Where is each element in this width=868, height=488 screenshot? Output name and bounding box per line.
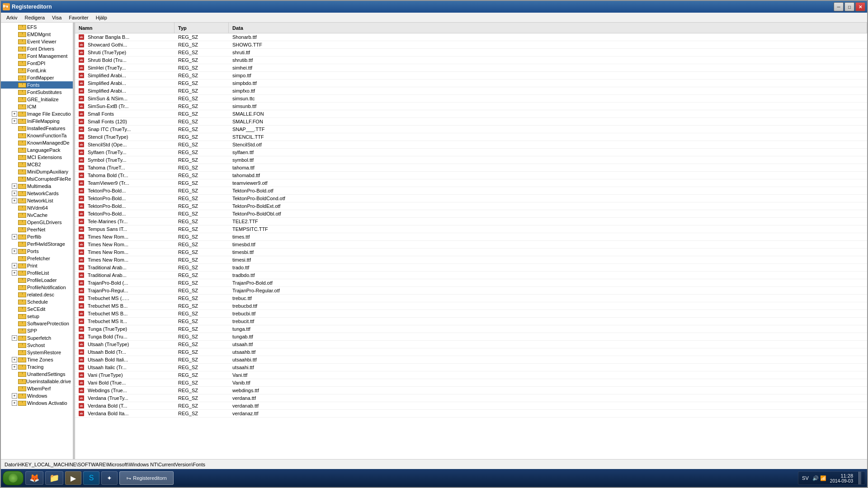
tree-item-userinstallable-drive[interactable]: Userinstallable.drive <box>1 378 73 385</box>
tree-item-print[interactable]: +Print <box>1 262 73 269</box>
table-row[interactable]: ab Traditional Arab...REG_SZtrado.ttf <box>75 264 867 272</box>
table-row[interactable]: ab Utsaah Bold Itali...REG_SZutsaahbi.tt… <box>75 356 867 364</box>
tree-item-softwareprotection[interactable]: SoftwareProtection <box>1 320 73 327</box>
registry-entries[interactable]: ab Shonar Bangla B...REG_SZShonarb.ttf a… <box>75 33 867 459</box>
close-button[interactable]: ✕ <box>855 2 865 11</box>
tree-item-networklist[interactable]: +NetworkList <box>1 197 73 204</box>
column-header-name[interactable]: Namn <box>75 23 175 33</box>
taskbar-firefox[interactable]: 🦊 <box>25 471 43 485</box>
table-row[interactable]: ab Times New Rom...REG_SZtimesbd.ttf <box>75 241 867 249</box>
tree-expand-icon[interactable]: + <box>12 400 17 406</box>
tree-item-perfhwidstorage[interactable]: PerfHwIdStorage <box>1 240 73 248</box>
tree-expand-icon[interactable]: + <box>12 118 17 124</box>
tree-item-fontmapper[interactable]: FontMapper <box>1 74 73 81</box>
tree-item-ports[interactable]: +Ports <box>1 248 73 255</box>
table-row[interactable]: ab Webdings (True...REG_SZwebdings.ttf <box>75 387 867 394</box>
table-row[interactable]: ab TektonPro-Bold...REG_SZTektonPro-Bold… <box>75 210 867 218</box>
table-row[interactable]: ab Tahoma Bold (Tr...REG_SZtahomabd.ttf <box>75 172 867 179</box>
taskbar-mediaplayer[interactable]: ▶ <box>65 471 81 485</box>
table-row[interactable]: ab Shonar Bangla B...REG_SZShonarb.ttf <box>75 33 867 41</box>
table-row[interactable]: ab Tele-Marines (Tr...REG_SZTELE2.TTF <box>75 218 867 225</box>
table-row[interactable]: ab Simplified Arabi...REG_SZsimpo.ttf <box>75 72 867 80</box>
tree-expand-icon[interactable]: + <box>12 393 17 399</box>
tree-item-secedit[interactable]: SeCEdit <box>1 305 73 313</box>
table-row[interactable]: ab Verdana Bold Ita...REG_SZverdanaz.ttf <box>75 410 867 418</box>
tree-item-msicorruptedfilere[interactable]: MsiCorruptedFileRe <box>1 175 73 183</box>
menu-redigera[interactable]: Redigera <box>21 14 48 21</box>
system-clock[interactable]: 11:28 2014-09-03 <box>830 473 853 483</box>
tree-item-efs[interactable]: EFS <box>1 23 73 31</box>
table-row[interactable]: ab Shruti (TrueType)REG_SZshruti.ttf <box>75 49 867 56</box>
table-row[interactable]: ab Times New Rom...REG_SZtimesi.ttf <box>75 256 867 264</box>
start-button[interactable] <box>3 471 24 485</box>
tree-expand-icon[interactable]: + <box>12 357 17 362</box>
tree-item-systemrestore[interactable]: SystemRestore <box>1 349 73 356</box>
column-header-type[interactable]: Typ <box>175 23 229 33</box>
tree-item-profileloader[interactable]: ProfileLoader <box>1 277 73 284</box>
table-row[interactable]: ab Utsaah Bold (Tr...REG_SZutsaahb.ttf <box>75 348 867 356</box>
taskbar-app6[interactable]: ✦ <box>101 471 118 485</box>
table-row[interactable]: ab TrajanPro-Bold (...REG_SZTrajanPro-Bo… <box>75 279 867 287</box>
tree-item-wbemperf[interactable]: WbemPerf <box>1 385 73 392</box>
table-row[interactable]: ab Shruti Bold (Tru...REG_SZshrutib.ttf <box>75 56 867 64</box>
table-row[interactable]: ab Utsaah (TrueType)REG_SZutsaah.ttf <box>75 341 867 348</box>
table-row[interactable]: ab TrajanPro-Regul...REG_SZTrajanPro-Reg… <box>75 287 867 295</box>
taskbar-regedit[interactable]: 🗝 Registereditorn <box>119 471 174 485</box>
tree-item-font-management[interactable]: Font Management <box>1 52 73 60</box>
tree-item-mci-extensions[interactable]: MCI Extensions <box>1 154 73 161</box>
tree-item-profilenotification[interactable]: ProfileNotification <box>1 284 73 291</box>
tree-item-inifilemapping[interactable]: +IniFileMapping <box>1 117 73 125</box>
tree-item-profilelist[interactable]: +ProfileList <box>1 269 73 277</box>
tree-item-superfetch[interactable]: +Superfetch <box>1 334 73 342</box>
table-row[interactable]: ab Tunga Bold (Tru...REG_SZtungab.ttf <box>75 333 867 341</box>
tree-item-installedfeatures[interactable]: InstalledFeatures <box>1 125 73 132</box>
tree-item-knownfunctionta[interactable]: KnownFunctionTa <box>1 132 73 139</box>
tree-item-knownmanagedde[interactable]: KnownManagedDe <box>1 139 73 146</box>
menu-hjalp[interactable]: Hjälp <box>92 14 111 21</box>
table-row[interactable]: ab Verdana Bold (T...REG_SZverdanab.ttf <box>75 402 867 410</box>
table-row[interactable]: ab SimHei (TrueTy...REG_SZsimhei.ttf <box>75 64 867 72</box>
table-row[interactable]: ab Verdana (TrueTy...REG_SZverdana.ttf <box>75 394 867 402</box>
table-row[interactable]: ab Vani (TrueType)REG_SZVani.ttf <box>75 371 867 379</box>
tree-item-minidumpauxiliary[interactable]: MiniDumpAuxiliary <box>1 168 73 175</box>
tree-expand-icon[interactable]: + <box>12 364 17 370</box>
taskbar-skype[interactable]: S <box>83 471 99 485</box>
tree-expand-icon[interactable]: + <box>12 191 17 196</box>
tree-item-nvcache[interactable]: NvCache <box>1 211 73 219</box>
tree-item-ntvdm64[interactable]: NtVdm64 <box>1 204 73 211</box>
table-row[interactable]: ab TektonPro-Bold...REG_SZTektonPro-Bold… <box>75 187 867 195</box>
tree-expand-icon[interactable]: + <box>12 335 17 341</box>
table-row[interactable]: ab Utsaah Italic (Tr...REG_SZutsaahi.ttf <box>75 364 867 371</box>
column-header-data[interactable]: Data <box>229 23 867 33</box>
table-row[interactable]: ab Symbol (TrueTy...REG_SZsymbol.ttf <box>75 156 867 164</box>
registry-tree[interactable]: EFSEMDMgmtEvent ViewerFont DriversFont M… <box>1 23 73 459</box>
table-row[interactable]: ab Times New Rom...REG_SZtimes.ttf <box>75 233 867 241</box>
show-desktop-icon[interactable] <box>859 472 861 484</box>
table-row[interactable]: ab Times New Rom...REG_SZtimesbi.ttf <box>75 249 867 256</box>
table-row[interactable]: ab Traditional Arab...REG_SZtradbdo.ttf <box>75 272 867 279</box>
table-row[interactable]: ab Trebuchet MS (..…REG_SZtrebuc.ttf <box>75 295 867 302</box>
tree-item-unattendsettings[interactable]: UnattendSettings <box>1 371 73 378</box>
table-row[interactable]: ab Tahoma (TrueT...REG_SZtahoma.ttf <box>75 164 867 172</box>
tree-item-schedule[interactable]: Schedule <box>1 298 73 305</box>
tree-item-opengldrivers[interactable]: OpenGLDrivers <box>1 219 73 226</box>
tree-item-fonts[interactable]: Fonts <box>1 81 73 89</box>
table-row[interactable]: ab Simplified Arabi...REG_SZsimpfxo.ttf <box>75 87 867 95</box>
tree-expand-icon[interactable]: + <box>12 183 17 189</box>
tree-item-emdmgmt[interactable]: EMDMgmt <box>1 31 73 38</box>
table-row[interactable]: ab StencilStd (Ope...REG_SZStencilStd.ot… <box>75 141 867 149</box>
table-row[interactable]: ab Tempus Sans IT...REG_SZTEMPSITC.TTF <box>75 225 867 233</box>
tree-item-prefetcher[interactable]: Prefetcher <box>1 255 73 262</box>
table-row[interactable]: ab Showcard Gothi...REG_SZSHOWG.TTF <box>75 41 867 49</box>
table-row[interactable]: ab Tunga (TrueType)REG_SZtunga.ttf <box>75 325 867 333</box>
table-row[interactable]: ab Trebuchet MS B...REG_SZtrebucbd.ttf <box>75 302 867 310</box>
tree-item-windows[interactable]: +Windows <box>1 392 73 399</box>
tree-item-fontsubstitutes[interactable]: FontSubstitutes <box>1 89 73 96</box>
tree-item-languagepack[interactable]: LanguagePack <box>1 146 73 154</box>
menu-arkiv[interactable]: Arkiv <box>3 14 21 21</box>
tree-item-peernet[interactable]: PeerNet <box>1 226 73 233</box>
tree-item-font-drivers[interactable]: Font Drivers <box>1 45 73 52</box>
table-row[interactable]: ab SimSun-ExtB (Tr...REG_SZsimsunb.ttf <box>75 103 867 110</box>
table-row[interactable]: ab Simplified Arabi...REG_SZsimpbdo.ttf <box>75 80 867 87</box>
tree-item-svchost[interactable]: Svchost <box>1 342 73 349</box>
